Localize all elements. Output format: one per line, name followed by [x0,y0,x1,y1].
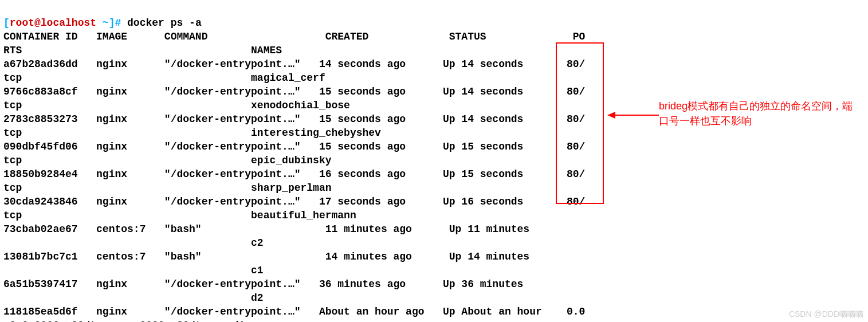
table-row: 118185ea5d6f nginx "/docker-entrypoint.…… [3,306,585,317]
prompt-bracket-open: [ [3,17,10,29]
table-row: 2783c8853273 nginx "/docker-entrypoint.…… [3,113,585,125]
prompt-user-host: root@localhost [10,17,96,29]
table-row: 090dbf45fd06 nginx "/docker-entrypoint.…… [3,141,585,152]
terminal-output: [root@localhost ~]# docker ps -a CONTAIN… [0,0,868,322]
table-row: tcp interesting_chebyshev [3,127,381,139]
table-row: tcp xenodochial_bose [3,100,350,111]
table-row: 30cda9243846 nginx "/docker-entrypoint.…… [3,196,585,207]
table-row: 18850b9284e4 nginx "/docker-entrypoint.…… [3,168,585,180]
prompt-bracket-close: ]# [109,17,121,29]
header-line-2: RTS NAMES [3,45,282,56]
command-text: docker ps -a [121,17,201,29]
table-row: tcp beautiful_hermann [3,210,356,221]
header-line-1: CONTAINER ID IMAGE COMMAND CREATED STATU… [3,31,585,42]
table-row: 73cbab02ae67 centos:7 "bash" 11 minutes … [3,223,529,235]
watermark-text: CSDN @DDD嘀嘀嘀 [789,309,863,320]
prompt-path: ~ [96,17,109,29]
table-row: tcp epic_dubinsky [3,155,332,166]
table-row: 13081b7bc7c1 centos:7 "bash" 14 minutes … [3,251,529,262]
table-row: 6a51b5397417 nginx "/docker-entrypoint.…… [3,278,523,290]
table-row: tcp sharp_perlman [3,182,332,194]
annotation-text: brideg模式都有自己的独立的命名空间，端口号一样也互不影响 [659,99,854,128]
table-row: c1 [3,265,264,276]
table-row: tcp magical_cerf [3,72,325,84]
table-row: 9766c883a8cf nginx "/docker-entrypoint.…… [3,86,585,97]
table-row: c2 [3,237,264,249]
table-row: d2 [3,292,264,304]
table-row: .0.0:6666->80/tcp, :::6666->80/tcp d1 [3,320,245,322]
table-row: a67b28ad36dd nginx "/docker-entrypoint.…… [3,58,585,70]
